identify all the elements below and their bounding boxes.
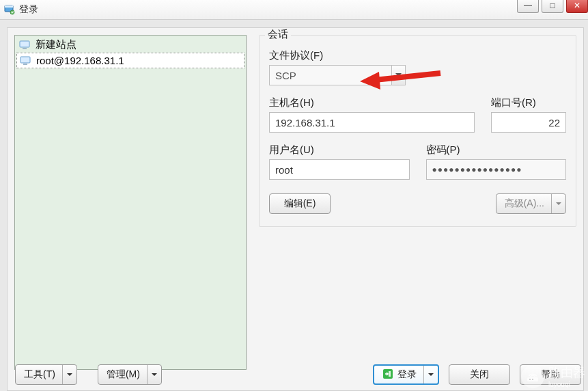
svg-rect-6	[23, 64, 27, 65]
titlebar: 登录 — □ ✕	[0, 0, 588, 20]
login-icon	[382, 368, 393, 381]
password-input[interactable]: ●●●●●●●●●●●●●●●●	[426, 159, 567, 180]
username-input[interactable]	[269, 159, 410, 180]
session-group-label: 会话	[265, 28, 291, 41]
minimize-button[interactable]: —	[517, 0, 539, 13]
session-pane: 会话 文件协议(F) SCP 主机名(H)	[259, 35, 576, 370]
help-button[interactable]: 帮助	[520, 364, 581, 385]
username-label: 用户名(U)	[269, 144, 410, 157]
tools-button[interactable]: 工具(T)	[15, 364, 77, 385]
host-label: 主机名(H)	[269, 96, 475, 109]
maximize-button[interactable]: □	[542, 0, 563, 13]
advanced-button[interactable]: 高级(A)...	[496, 193, 566, 214]
password-label: 密码(P)	[426, 144, 567, 157]
bottom-bar: 工具(T) 管理(M) 登录 关闭	[7, 360, 584, 391]
port-input[interactable]	[491, 112, 566, 133]
port-label: 端口号(R)	[491, 96, 566, 109]
close-button[interactable]: ✕	[566, 0, 588, 13]
svg-point-2	[10, 10, 14, 14]
chevron-down-icon[interactable]	[391, 65, 406, 85]
site-list[interactable]: 新建站点 root@192.168.31.1	[14, 35, 247, 370]
protocol-label: 文件协议(F)	[269, 49, 406, 62]
svg-rect-5	[20, 57, 30, 63]
window-title: 登录	[19, 3, 38, 16]
protocol-select[interactable]: SCP	[269, 65, 406, 85]
chevron-down-icon[interactable]	[423, 366, 438, 383]
dialog-body: 新建站点 root@192.168.31.1 会话 文件协议(F) SCP	[7, 27, 584, 391]
chevron-down-icon[interactable]	[551, 194, 565, 213]
manage-button[interactable]: 管理(M)	[98, 364, 162, 385]
edit-button[interactable]: 编辑(E)	[269, 193, 331, 214]
svg-rect-1	[5, 5, 13, 8]
svg-rect-3	[20, 41, 29, 47]
window-controls: — □ ✕	[517, 0, 588, 13]
chevron-down-icon[interactable]	[147, 365, 161, 384]
monitor-icon	[19, 40, 31, 50]
chevron-down-icon[interactable]	[62, 365, 76, 384]
site-item-new[interactable]: 新建站点	[16, 37, 244, 53]
login-button[interactable]: 登录	[373, 364, 439, 385]
app-icon	[4, 4, 15, 15]
protocol-value: SCP	[269, 65, 391, 85]
svg-rect-10	[389, 371, 391, 377]
site-item-saved[interactable]: root@192.168.31.1	[16, 53, 244, 68]
site-item-label: root@192.168.31.1	[36, 55, 124, 66]
session-group: 会话 文件协议(F) SCP 主机名(H)	[259, 35, 576, 227]
host-input[interactable]	[269, 112, 475, 133]
svg-rect-4	[23, 48, 27, 49]
monitor-icon	[20, 56, 32, 66]
site-item-label: 新建站点	[36, 38, 76, 51]
close-dialog-button[interactable]: 关闭	[449, 364, 510, 385]
